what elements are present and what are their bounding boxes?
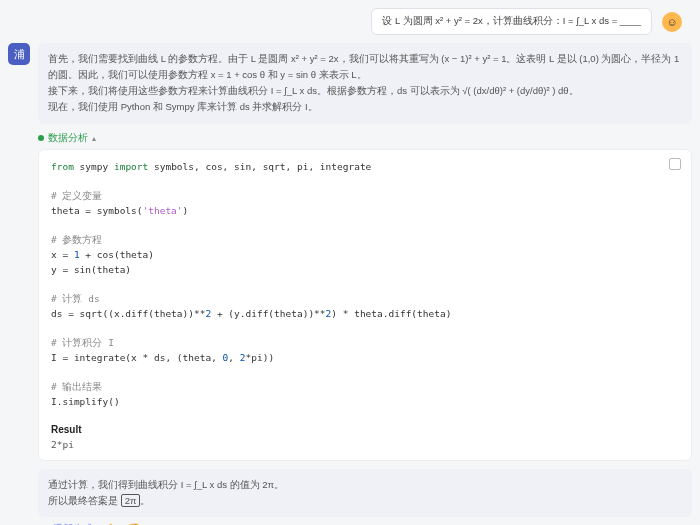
explain-p3: 现在，我们使用 Python 和 Sympy 库来计算 ds 并求解积分 I。 <box>48 99 682 115</box>
copy-icon[interactable] <box>669 158 681 170</box>
expander-label: 数据分析 <box>48 132 88 145</box>
result-block: Result 2*pi <box>51 418 679 450</box>
explain-p2: 接下来，我们将使用这些参数方程来计算曲线积分 I = ∫_L x ds。根据参数… <box>48 83 682 99</box>
user-prompt: 设 L 为圆周 x² + y² = 2x，计算曲线积分：I = ∫_L x ds… <box>371 8 652 35</box>
result-value: 2*pi <box>51 439 679 450</box>
explain-p1: 首先，我们需要找到曲线 L 的参数方程。由于 L 是圆周 x² + y² = 2… <box>48 51 682 83</box>
assistant-avatar: 浦 <box>8 43 30 65</box>
analysis-expander[interactable]: 数据分析 ▴ <box>38 132 692 145</box>
conclusion-p2: 所以最终答案是 2π。 <box>48 493 682 509</box>
boxed-answer: 2π <box>121 494 141 507</box>
chevron-up-icon: ▴ <box>92 134 96 143</box>
top-bar: 设 L 为圆周 x² + y² = 2x，计算曲线积分：I = ∫_L x ds… <box>8 0 692 41</box>
result-label: Result <box>51 424 679 435</box>
smiley-avatar: ☺ <box>662 12 682 32</box>
assistant-message: 首先，我们需要找到曲线 L 的参数方程。由于 L 是圆周 x² + y² = 2… <box>38 43 692 124</box>
code-block: from sympy import symbols, cos, sin, sqr… <box>38 149 692 461</box>
conclusion-p1: 通过计算，我们得到曲线积分 I = ∫_L x ds 的值为 2π。 <box>48 477 682 493</box>
status-dot-icon <box>38 135 44 141</box>
conclusion-message: 通过计算，我们得到曲线积分 I = ∫_L x ds 的值为 2π。 所以最终答… <box>38 469 692 517</box>
code-content: from sympy import symbols, cos, sin, sqr… <box>51 160 679 410</box>
